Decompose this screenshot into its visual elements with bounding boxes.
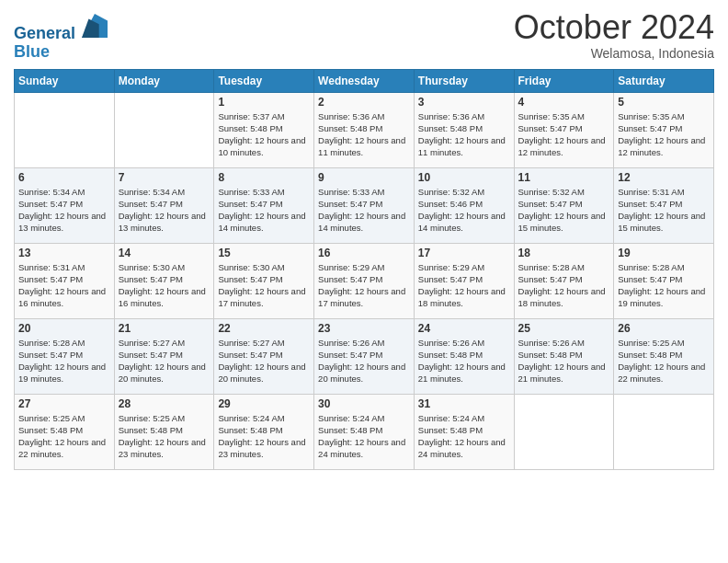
sunset-text: Sunset: 5:47 PM <box>218 199 282 209</box>
day-number: 8 <box>218 171 310 184</box>
calendar-week-row: 20 Sunrise: 5:28 AM Sunset: 5:47 PM Dayl… <box>15 318 714 394</box>
day-number: 30 <box>318 397 410 410</box>
sunset-text: Sunset: 5:47 PM <box>119 274 183 284</box>
sunset-text: Sunset: 5:47 PM <box>618 274 682 284</box>
daylight-text: Daylight: 12 hours and 19 minutes. <box>618 286 705 308</box>
weekday-header: Tuesday <box>214 69 314 92</box>
header: General Blue October 2024 Welamosa, Indo… <box>14 9 714 62</box>
sunrise-text: Sunrise: 5:31 AM <box>18 262 85 272</box>
day-number: 23 <box>318 322 410 335</box>
day-number: 11 <box>518 171 610 184</box>
sunrise-text: Sunrise: 5:25 AM <box>119 413 185 423</box>
sunrise-text: Sunrise: 5:28 AM <box>518 262 585 272</box>
sunrise-text: Sunrise: 5:35 AM <box>518 111 585 121</box>
calendar-cell: 8 Sunrise: 5:33 AM Sunset: 5:47 PM Dayli… <box>214 167 314 243</box>
day-number: 28 <box>119 397 210 410</box>
day-info: Sunrise: 5:32 AM Sunset: 5:46 PM Dayligh… <box>418 186 510 235</box>
location: Welamosa, Indonesia <box>514 46 714 61</box>
daylight-text: Daylight: 12 hours and 14 minutes. <box>218 211 305 233</box>
day-info: Sunrise: 5:25 AM Sunset: 5:48 PM Dayligh… <box>618 337 710 385</box>
daylight-text: Daylight: 12 hours and 20 minutes. <box>218 362 305 384</box>
sunrise-text: Sunrise: 5:34 AM <box>18 187 85 197</box>
daylight-text: Daylight: 12 hours and 19 minutes. <box>18 362 106 384</box>
daylight-text: Daylight: 12 hours and 16 minutes. <box>18 286 106 308</box>
daylight-text: Daylight: 12 hours and 21 minutes. <box>518 362 606 384</box>
logo-text: General <box>14 13 108 43</box>
day-info: Sunrise: 5:29 AM Sunset: 5:47 PM Dayligh… <box>318 261 410 310</box>
day-info: Sunrise: 5:32 AM Sunset: 5:47 PM Dayligh… <box>518 186 610 235</box>
day-number: 16 <box>318 247 410 259</box>
sunrise-text: Sunrise: 5:29 AM <box>318 262 384 272</box>
calendar-cell: 15 Sunrise: 5:30 AM Sunset: 5:47 PM Dayl… <box>214 243 314 318</box>
daylight-text: Daylight: 12 hours and 13 minutes. <box>119 211 206 233</box>
day-number: 29 <box>218 397 310 410</box>
title-area: October 2024 Welamosa, Indonesia <box>514 9 714 61</box>
daylight-text: Daylight: 12 hours and 12 minutes. <box>518 135 606 157</box>
calendar-cell: 14 Sunrise: 5:30 AM Sunset: 5:47 PM Dayl… <box>114 243 214 318</box>
day-info: Sunrise: 5:30 AM Sunset: 5:47 PM Dayligh… <box>218 261 310 310</box>
sunrise-text: Sunrise: 5:32 AM <box>418 187 484 197</box>
day-number: 13 <box>18 247 110 259</box>
sunrise-text: Sunrise: 5:31 AM <box>618 187 684 197</box>
sunrise-text: Sunrise: 5:36 AM <box>318 111 384 121</box>
day-number: 2 <box>318 96 410 109</box>
sunrise-text: Sunrise: 5:24 AM <box>218 413 284 423</box>
sunset-text: Sunset: 5:47 PM <box>518 274 583 284</box>
sunset-text: Sunset: 5:47 PM <box>618 199 682 209</box>
calendar-cell: 18 Sunrise: 5:28 AM Sunset: 5:47 PM Dayl… <box>514 243 614 318</box>
calendar-cell: 28 Sunrise: 5:25 AM Sunset: 5:48 PM Dayl… <box>114 394 214 469</box>
day-info: Sunrise: 5:25 AM Sunset: 5:48 PM Dayligh… <box>119 412 210 461</box>
sunset-text: Sunset: 5:48 PM <box>618 350 682 360</box>
daylight-text: Daylight: 12 hours and 24 minutes. <box>318 437 405 459</box>
calendar-cell: 5 Sunrise: 5:35 AM Sunset: 5:47 PM Dayli… <box>614 92 714 167</box>
day-number: 18 <box>518 247 610 259</box>
weekday-header: Saturday <box>614 69 714 92</box>
daylight-text: Daylight: 12 hours and 21 minutes. <box>418 362 506 384</box>
daylight-text: Daylight: 12 hours and 15 minutes. <box>618 211 705 233</box>
daylight-text: Daylight: 12 hours and 18 minutes. <box>418 286 506 308</box>
day-number: 4 <box>518 96 610 109</box>
day-info: Sunrise: 5:33 AM Sunset: 5:47 PM Dayligh… <box>318 186 410 235</box>
sunrise-text: Sunrise: 5:28 AM <box>18 338 85 348</box>
calendar-header: SundayMondayTuesdayWednesdayThursdayFrid… <box>15 69 714 92</box>
calendar-cell: 12 Sunrise: 5:31 AM Sunset: 5:47 PM Dayl… <box>614 167 714 243</box>
day-info: Sunrise: 5:27 AM Sunset: 5:47 PM Dayligh… <box>119 337 210 385</box>
sunset-text: Sunset: 5:47 PM <box>119 199 183 209</box>
calendar-cell: 11 Sunrise: 5:32 AM Sunset: 5:47 PM Dayl… <box>514 167 614 243</box>
sunset-text: Sunset: 5:48 PM <box>418 425 483 435</box>
day-info: Sunrise: 5:24 AM Sunset: 5:48 PM Dayligh… <box>218 412 310 461</box>
weekday-row: SundayMondayTuesdayWednesdayThursdayFrid… <box>15 69 714 92</box>
logo: General Blue <box>14 13 108 62</box>
calendar-cell: 2 Sunrise: 5:36 AM Sunset: 5:48 PM Dayli… <box>314 92 415 167</box>
calendar-table: SundayMondayTuesdayWednesdayThursdayFrid… <box>14 69 714 470</box>
sunset-text: Sunset: 5:47 PM <box>218 350 282 360</box>
sunset-text: Sunset: 5:48 PM <box>218 123 282 133</box>
sunset-text: Sunset: 5:48 PM <box>518 350 583 360</box>
weekday-header: Monday <box>114 69 214 92</box>
daylight-text: Daylight: 12 hours and 17 minutes. <box>318 286 405 308</box>
daylight-text: Daylight: 12 hours and 20 minutes. <box>119 362 206 384</box>
sunrise-text: Sunrise: 5:27 AM <box>119 338 185 348</box>
day-info: Sunrise: 5:28 AM Sunset: 5:47 PM Dayligh… <box>18 337 110 385</box>
daylight-text: Daylight: 12 hours and 10 minutes. <box>218 135 305 157</box>
sunset-text: Sunset: 5:47 PM <box>518 199 583 209</box>
daylight-text: Daylight: 12 hours and 11 minutes. <box>318 135 405 157</box>
calendar-cell: 4 Sunrise: 5:35 AM Sunset: 5:47 PM Dayli… <box>514 92 614 167</box>
day-info: Sunrise: 5:33 AM Sunset: 5:47 PM Dayligh… <box>218 186 310 235</box>
sunrise-text: Sunrise: 5:25 AM <box>618 338 684 348</box>
calendar-week-row: 6 Sunrise: 5:34 AM Sunset: 5:47 PM Dayli… <box>15 167 714 243</box>
day-info: Sunrise: 5:29 AM Sunset: 5:47 PM Dayligh… <box>418 261 510 310</box>
day-number: 3 <box>418 96 510 109</box>
day-number: 25 <box>518 322 610 335</box>
sunset-text: Sunset: 5:47 PM <box>318 350 382 360</box>
day-number: 1 <box>218 96 310 109</box>
sunrise-text: Sunrise: 5:29 AM <box>418 262 484 272</box>
day-info: Sunrise: 5:31 AM Sunset: 5:47 PM Dayligh… <box>18 261 110 310</box>
day-number: 21 <box>119 322 210 335</box>
logo-blue: Blue <box>14 43 108 62</box>
daylight-text: Daylight: 12 hours and 23 minutes. <box>119 437 206 459</box>
sunset-text: Sunset: 5:48 PM <box>418 350 483 360</box>
calendar-week-row: 13 Sunrise: 5:31 AM Sunset: 5:47 PM Dayl… <box>15 243 714 318</box>
day-number: 19 <box>618 247 710 259</box>
day-number: 5 <box>618 96 710 109</box>
